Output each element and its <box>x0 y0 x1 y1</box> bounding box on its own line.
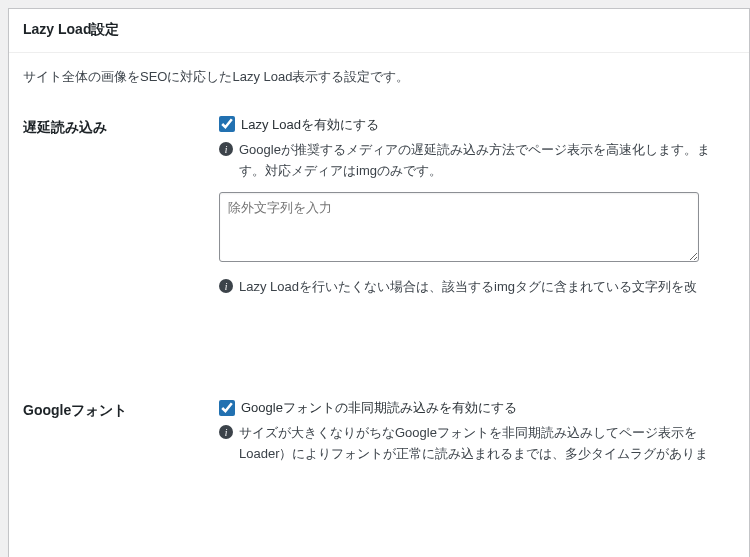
row-lazyload: 遅延読み込み Lazy Loadを有効にする i Googleが推奨するメディア… <box>9 97 749 324</box>
lazyload-hint-1: i Googleが推奨するメディアの遅延読み込み方法でページ表示を高速化します。… <box>219 140 735 182</box>
svg-text:i: i <box>225 281 228 292</box>
lazyload-checkbox-label[interactable]: Lazy Loadを有効にする <box>241 115 379 135</box>
googlefont-hint: i サイズが大きくなりがちなGoogleフォントを非同期読み込みしてページ表示を… <box>219 423 735 465</box>
info-icon: i <box>219 425 233 439</box>
googlefont-hint-text: サイズが大きくなりがちなGoogleフォントを非同期読み込みしてページ表示をLo… <box>239 423 735 465</box>
svg-text:i: i <box>225 144 228 155</box>
googlefont-checkbox-row: Googleフォントの非同期読み込みを有効にする <box>219 398 735 418</box>
svg-text:i: i <box>225 427 228 438</box>
lazyload-exclude-wrap <box>219 192 735 268</box>
settings-panel: Lazy Load設定 サイト全体の画像をSEOに対応したLazy Load表示… <box>8 8 750 557</box>
row-spacer-2 <box>9 491 749 547</box>
row-googlefont: Googleフォント Googleフォントの非同期読み込みを有効にする i サイ… <box>9 380 749 491</box>
lazyload-checkbox[interactable] <box>219 116 235 132</box>
lazyload-hint-1-text: Googleが推奨するメディアの遅延読み込み方法でページ表示を高速化します。ます… <box>239 140 735 182</box>
lazyload-hint-2-text: Lazy Loadを行いたくない場合は、該当するimgタグに含まれている文字列を… <box>239 277 697 298</box>
row-lazyload-heading: 遅延読み込み <box>9 97 219 324</box>
googlefont-checkbox[interactable] <box>219 400 235 416</box>
row-webfont-heading: WEBフォント（β版） <box>9 547 219 557</box>
info-icon: i <box>219 142 233 156</box>
row-googlefont-heading: Googleフォント <box>9 380 219 491</box>
row-webfont: WEBフォント（β版） アイコンフォントの非同期読み込みを有効にする i サイズ… <box>9 547 749 557</box>
panel-description: サイト全体の画像をSEOに対応したLazy Load表示する設定です。 <box>9 53 749 97</box>
lazyload-checkbox-row: Lazy Loadを有効にする <box>219 115 735 135</box>
settings-table: 遅延読み込み Lazy Loadを有効にする i Googleが推奨するメディア… <box>9 97 749 558</box>
info-icon: i <box>219 279 233 293</box>
row-spacer-1 <box>9 324 749 380</box>
panel-title: Lazy Load設定 <box>23 19 735 40</box>
googlefont-checkbox-label[interactable]: Googleフォントの非同期読み込みを有効にする <box>241 398 517 418</box>
lazyload-hint-2: i Lazy Loadを行いたくない場合は、該当するimgタグに含まれている文字… <box>219 277 735 298</box>
panel-header: Lazy Load設定 <box>9 9 749 53</box>
lazyload-exclude-textarea[interactable] <box>219 192 699 262</box>
